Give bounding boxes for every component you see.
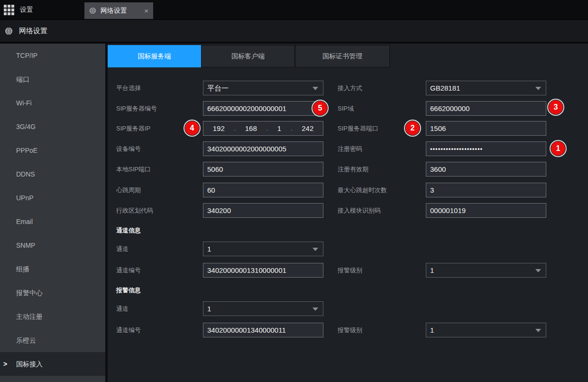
heartbeat-period-label: 心跳周期 (116, 183, 141, 197)
device-id-input[interactable] (203, 141, 323, 156)
alarm-level-label: 报警级别 (338, 263, 362, 278)
alarm-alarm-level-select-value: 1 (430, 326, 434, 334)
alarm-channel-select-value: 1 (207, 305, 211, 313)
sip-server-port-label: SIP服务器端口 (338, 121, 378, 136)
alarm-channel-id-label: 通道编号 (116, 323, 141, 337)
annotation-badge-3: 3 (549, 100, 563, 114)
alarm-alarm-level-label: 报警级别 (338, 323, 362, 337)
access-mode-label: 接入方式 (338, 81, 362, 95)
sip-server-ip-input[interactable]: 192 . 168 . 1 . 242 (203, 121, 323, 136)
tab-settings-home[interactable]: 设置 (20, 0, 33, 19)
access-module-id-input[interactable] (426, 203, 546, 218)
sidebar-item-tcpip[interactable]: TCP/IP (0, 44, 105, 67)
top-tab-bar: 设置 网络设置 × (0, 0, 588, 19)
sip-domain-input[interactable] (426, 101, 546, 116)
sidebar-item-3g4g[interactable]: 3G/4G (0, 115, 105, 139)
tab-gb-client[interactable]: 国标客户端 (201, 45, 295, 67)
gb28181-settings-panel: 国标服务端 国标客户端 国标证书管理 平台选择 平台一 接入方式 GB28181… (108, 44, 588, 382)
channel-select-value: 1 (207, 245, 211, 253)
chevron-down-icon (535, 269, 541, 272)
sip-server-id-input[interactable] (203, 101, 323, 116)
platform-select-value: 平台一 (207, 84, 229, 92)
sidebar-item-wifi[interactable]: Wi-Fi (0, 91, 105, 115)
tab-network-settings-label: 网络设置 (101, 7, 127, 15)
access-mode-select[interactable]: GB28181 (426, 81, 546, 95)
channel-select[interactable]: 1 (203, 242, 323, 256)
globe-icon (89, 7, 96, 14)
alarm-level-select-value: 1 (430, 266, 434, 274)
ip-octet-2[interactable]: 168 (245, 124, 257, 132)
sidebar-item-alarm-center[interactable]: 报警中心 (0, 281, 105, 305)
ip-separator: . (266, 125, 268, 132)
device-id-label: 设备编号 (116, 141, 141, 156)
local-sip-port-input[interactable] (203, 162, 323, 177)
page-header: 网络设置 (0, 19, 588, 43)
sip-server-id-label: SIP服务器编号 (116, 101, 157, 116)
tab-gb-server[interactable]: 国标服务端 (108, 45, 201, 67)
app-window: 设置 网络设置 × 网络设置 TCP/IP 端口 Wi-Fi 3G/ (0, 0, 588, 382)
chevron-down-icon (312, 248, 318, 251)
sidebar-item-lechange-cloud[interactable]: 乐橙云 (0, 328, 105, 352)
register-validity-input[interactable] (426, 162, 546, 177)
chevron-down-icon (535, 329, 541, 332)
sip-domain-label: SIP域 (338, 101, 354, 116)
admin-region-code-label: 行政区划代码 (116, 203, 153, 218)
ip-separator: . (291, 125, 293, 132)
close-tab-icon[interactable]: × (144, 7, 148, 14)
max-heartbeat-timeout-input[interactable] (426, 183, 546, 197)
sidebar-item-multicast[interactable]: 组播 (0, 257, 105, 281)
annotation-badge-2: 2 (405, 121, 420, 135)
annotation-badge-1: 1 (551, 141, 565, 156)
chevron-down-icon (535, 87, 541, 90)
globe-icon (5, 27, 13, 35)
alarm-channel-select[interactable]: 1 (203, 301, 323, 316)
platform-select[interactable]: 平台一 (203, 81, 323, 95)
tab-gb-cert-mgmt[interactable]: 国标证书管理 (295, 45, 390, 67)
chevron-right-icon: > (3, 352, 7, 376)
platform-label: 平台选择 (116, 81, 141, 95)
register-validity-label: 注册有效期 (338, 162, 368, 177)
page-title: 网络设置 (19, 27, 47, 36)
heartbeat-period-input[interactable] (203, 183, 323, 197)
channel-id-label: 通道编号 (116, 263, 141, 278)
channel-id-input[interactable] (203, 263, 323, 278)
alarm-info-section-title: 报警信息 (116, 286, 141, 295)
sidebar-item-gb-access[interactable]: > 国标接入 (0, 352, 105, 376)
app-launcher-grid-icon[interactable] (4, 5, 14, 15)
chevron-down-icon (312, 307, 318, 311)
sip-server-ip-label: SIP服务器IP (116, 121, 150, 136)
register-password-label: 注册密码 (338, 141, 362, 156)
annotation-badge-5: 5 (313, 101, 327, 115)
ip-octet-4[interactable]: 242 (302, 124, 313, 132)
annotation-badge-4: 4 (185, 121, 199, 135)
sidebar-item-label: 国标接入 (16, 360, 43, 368)
alarm-level-select[interactable]: 1 (426, 263, 546, 278)
tab-network-settings[interactable]: 网络设置 × (84, 2, 153, 19)
chevron-down-icon (312, 87, 318, 90)
alarm-alarm-level-select[interactable]: 1 (426, 323, 546, 337)
sidebar-item-email[interactable]: Email (0, 210, 105, 233)
sidebar-item-auto-register[interactable]: 主动注册 (0, 305, 105, 328)
local-sip-port-label: 本地SIP端口 (116, 162, 151, 177)
sidebar-item-snmp[interactable]: SNMP (0, 233, 105, 257)
ip-octet-1[interactable]: 192 (213, 124, 225, 132)
admin-region-code-input[interactable] (203, 203, 323, 218)
sip-server-port-input[interactable] (426, 121, 546, 136)
channel-info-section-title: 通道信息 (116, 226, 141, 235)
access-mode-select-value: GB28181 (430, 84, 460, 92)
ip-octet-3[interactable]: 1 (277, 124, 281, 132)
sidebar-item-upnp[interactable]: UPnP (0, 186, 105, 210)
ip-separator: . (234, 125, 236, 132)
sidebar-item-port[interactable]: 端口 (0, 67, 105, 91)
alarm-channel-id-input[interactable] (203, 323, 323, 337)
channel-label: 通道 (116, 242, 129, 256)
sidebar-item-ddns[interactable]: DDNS (0, 162, 105, 186)
alarm-channel-label: 通道 (116, 301, 129, 316)
access-module-id-label: 接入模块识别码 (338, 203, 381, 218)
sidebar-nav: TCP/IP 端口 Wi-Fi 3G/4G PPPoE DDNS UPnP Em… (0, 44, 105, 382)
sidebar-item-pppoe[interactable]: PPPoE (0, 139, 105, 162)
max-heartbeat-timeout-label: 最大心跳超时次数 (338, 183, 387, 197)
register-password-input[interactable] (426, 141, 546, 156)
